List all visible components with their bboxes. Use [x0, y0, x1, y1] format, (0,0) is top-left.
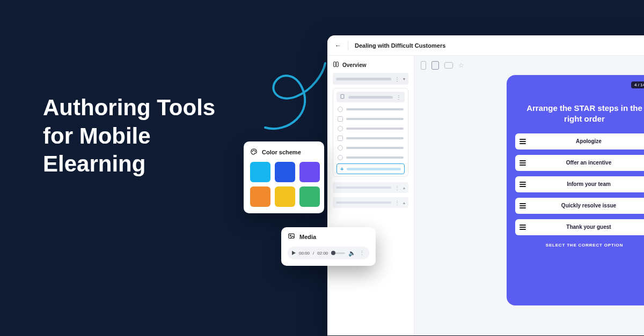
collapsed-lesson-row[interactable]: ⋮ ▴: [333, 182, 408, 193]
svg-point-3: [255, 151, 255, 152]
device-folder-icon[interactable]: [444, 62, 453, 69]
svg-point-1: [252, 151, 253, 152]
progress-text: 4 / 14: [634, 83, 644, 87]
more-icon[interactable]: ⋮: [394, 185, 400, 191]
skeleton-text: [346, 147, 404, 149]
skeleton-text: [346, 118, 404, 120]
audio-scrubber[interactable]: [331, 252, 345, 254]
color-scheme-title: Color scheme: [262, 149, 301, 155]
skeleton-text: [347, 168, 401, 170]
canvas-toolbar: ☆: [421, 61, 644, 70]
media-card: Media 00:00 / 02:00 🔈 ⋮: [281, 227, 376, 266]
option-label: Apologize: [528, 138, 644, 144]
slide-type-icon: [338, 145, 343, 151]
drag-handle-icon[interactable]: [519, 160, 528, 166]
slide-type-icon: [338, 107, 343, 112]
skeleton-text: [346, 137, 404, 139]
star-icon[interactable]: ☆: [458, 62, 464, 69]
svg-point-5: [290, 235, 291, 236]
slide-row[interactable]: [336, 135, 405, 142]
image-icon: [288, 233, 295, 241]
sortable-option[interactable]: Apologize: [515, 133, 644, 150]
chevron-up-icon[interactable]: ▴: [403, 185, 405, 190]
slide-type-icon: [338, 116, 343, 122]
sortable-option[interactable]: Inform your team: [515, 176, 644, 192]
audio-player[interactable]: 00:00 / 02:00 🔈 ⋮: [288, 247, 369, 259]
drag-handle-icon[interactable]: [519, 225, 528, 230]
skeleton-text: [336, 186, 391, 189]
color-swatch[interactable]: [275, 186, 295, 207]
audio-time-total: 02:00: [317, 251, 328, 256]
slide-row[interactable]: [336, 106, 405, 113]
sortable-option[interactable]: Offer an incentive: [515, 155, 644, 171]
skeleton-text: [348, 96, 393, 99]
outline-label: Overview: [342, 62, 366, 68]
color-swatch[interactable]: [250, 162, 270, 182]
plus-icon: +: [340, 166, 343, 172]
drag-handle-icon[interactable]: [519, 203, 528, 208]
speaker-icon[interactable]: 🔈: [348, 250, 356, 257]
slide-row[interactable]: [336, 115, 405, 123]
app-header: ← Dealing with Difficult Customers: [327, 35, 644, 56]
editor-canvas: ☆ 4 / 14 ⋮ Arrange the STAR steps in the…: [414, 56, 644, 335]
drag-handle-icon[interactable]: [519, 182, 528, 187]
doc-icon: [340, 94, 345, 100]
skeleton-text: [346, 128, 404, 130]
app-window: ← Dealing with Difficult Customers Overv…: [327, 35, 644, 335]
option-label: Inform your team: [528, 181, 644, 187]
device-tablet-icon[interactable]: [431, 61, 439, 70]
course-title: Dealing with Difficult Customers: [355, 42, 445, 49]
hero-title: Authoring Tools for Mobile Elearning: [43, 94, 215, 178]
swatch-grid: [250, 162, 318, 207]
color-swatch[interactable]: [299, 162, 320, 182]
option-label: Quickly resolve issue: [528, 203, 644, 208]
more-icon[interactable]: ⋮: [394, 76, 400, 82]
outline-heading: Overview: [333, 61, 408, 69]
lesson-header[interactable]: ⋮: [336, 92, 405, 102]
decorative-arrow: [255, 59, 336, 139]
header-divider: [348, 41, 348, 50]
audio-time-current: 00:00: [299, 251, 310, 256]
slide-row[interactable]: [336, 125, 405, 132]
sortable-option[interactable]: Thank your guest: [515, 219, 644, 235]
hero-line-1: Authoring Tools: [43, 94, 215, 122]
slide-type-icon: [338, 126, 343, 131]
skeleton-text: [336, 201, 391, 204]
slide-type-icon: [338, 136, 343, 141]
slide-row[interactable]: [336, 154, 405, 161]
hero-line-3: Elearning: [43, 150, 215, 178]
section-header-row[interactable]: ⋮ ▾: [333, 73, 408, 85]
option-label: Offer an incentive: [528, 160, 644, 166]
more-icon[interactable]: ⋮: [396, 94, 401, 100]
color-swatch[interactable]: [275, 162, 295, 182]
drag-handle-icon[interactable]: [519, 139, 528, 144]
hero-line-2: for Mobile: [43, 122, 215, 151]
palette-icon: [250, 148, 258, 156]
skeleton-text: [336, 78, 391, 80]
skeleton-text: [346, 156, 404, 159]
play-icon[interactable]: [292, 251, 296, 255]
device-phone-icon[interactable]: [421, 61, 426, 70]
media-title: Media: [299, 234, 316, 240]
chevron-down-icon[interactable]: ▾: [403, 77, 405, 81]
collapsed-lesson-row[interactable]: ⋮ ▴: [333, 197, 408, 208]
color-swatch[interactable]: [250, 186, 270, 207]
question-cta: SELECT THE CORRECT OPTION: [515, 243, 644, 248]
skeleton-text: [346, 108, 404, 110]
chevron-up-icon[interactable]: ▴: [403, 200, 405, 205]
add-slide-button[interactable]: +: [336, 163, 405, 174]
question-heading: Arrange the STAR steps in the right orde…: [517, 103, 644, 125]
sortable-option[interactable]: Quickly resolve issue: [515, 198, 644, 214]
course-outline-panel: Overview ⋮ ▾ ⋮: [327, 56, 414, 335]
slide-row[interactable]: [336, 144, 405, 152]
back-arrow-icon[interactable]: ←: [335, 42, 341, 49]
more-icon[interactable]: ⋮: [359, 250, 365, 257]
slide-type-icon: [338, 155, 343, 160]
time-separator: /: [313, 251, 314, 256]
book-icon: [333, 61, 339, 69]
color-swatch[interactable]: [299, 186, 320, 207]
svg-point-2: [253, 150, 254, 151]
preview-device: 4 / 14 ⋮ Arrange the STAR steps in the r…: [507, 75, 644, 305]
more-icon[interactable]: ⋮: [394, 200, 400, 206]
svg-rect-0: [341, 94, 344, 99]
